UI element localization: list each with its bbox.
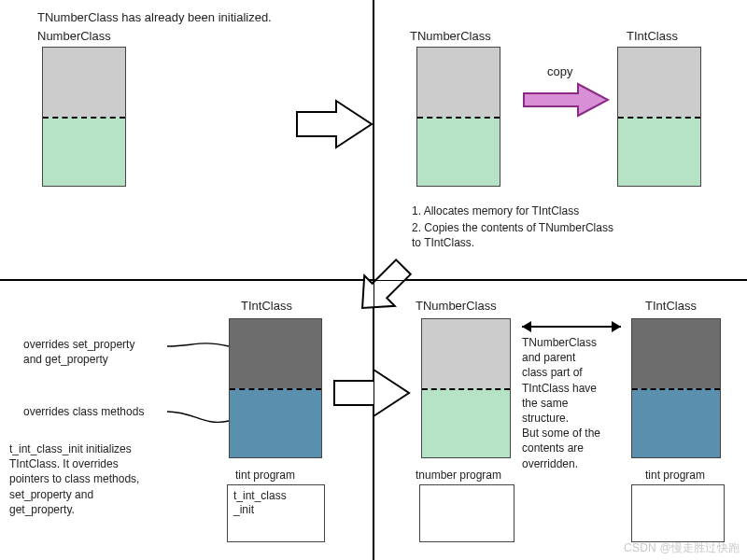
q2-step2: 2. Copies the contents of TNumberClass t… (412, 220, 613, 250)
tint-box-q3 (229, 318, 322, 458)
tnumber-box-q4 (421, 318, 511, 458)
q3-prog-title: tint program (235, 468, 295, 483)
number-class-box (42, 47, 126, 187)
tnumber-program-box (419, 484, 514, 542)
q4-prog-left-label: tnumber program (416, 468, 501, 483)
q4-prog-right-label: tint program (645, 468, 705, 483)
q3-ov1: overrides set_property and get_property (23, 337, 134, 367)
q2-left-label: TNumberClass (410, 28, 491, 45)
q3-prog-body: t_int_class _init (233, 489, 287, 516)
panel-step1: TNumberClass has already been initialize… (0, 0, 374, 280)
tnumber-box-q2 (416, 47, 500, 187)
q3-box-label: TIntClass (241, 298, 292, 315)
double-arrow-icon (516, 318, 627, 335)
panel-step4: TNumberClass TIntClass TNumberClass and … (374, 280, 747, 560)
q3-para: t_int_class_init initializes TIntClass. … (9, 441, 139, 517)
q2-step1: 1. Allocates memory for TIntClass (412, 203, 579, 218)
copy-label: copy (547, 63, 572, 80)
q1-header: TNumberClass has already been initialize… (37, 9, 272, 26)
panel-step3: TIntClass overrides set_property and get… (0, 280, 374, 560)
tint-box-q2 (617, 47, 701, 187)
tint-program-box-q4 (631, 484, 725, 542)
tint-program-box: t_int_class _init (227, 484, 325, 542)
arrow-right-q1q2 (297, 101, 374, 147)
q4-right-label: TIntClass (645, 298, 697, 315)
q4-mid-text: TNumberClass and parent class part of TI… (522, 335, 625, 471)
q3-ov2: overrides class methods (23, 404, 144, 419)
q1-box-label: NumberClass (37, 28, 111, 45)
panel-step2: TNumberClass TIntClass copy 1. Allocates… (374, 0, 747, 280)
brace-lines (166, 335, 232, 428)
q4-left-label: TNumberClass (416, 298, 497, 315)
copy-arrow-icon (524, 84, 608, 116)
q2-right-label: TIntClass (627, 28, 678, 45)
tint-box-q4 (631, 318, 721, 458)
